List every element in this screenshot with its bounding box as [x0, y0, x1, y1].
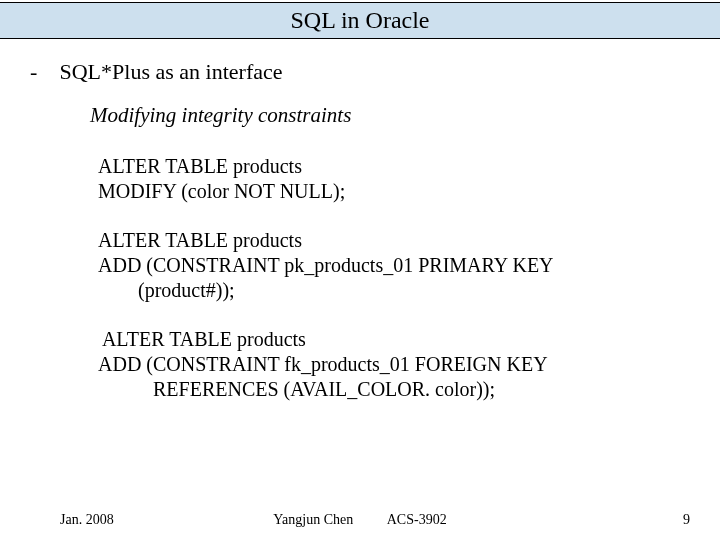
code-block-3: ALTER TABLE products ADD (CONSTRAINT fk_… [98, 327, 690, 402]
slide: SQL in Oracle - SQL*Plus as an interface… [0, 2, 720, 540]
bullet-line: - SQL*Plus as an interface [30, 59, 690, 85]
footer-course: ACS-3902 [387, 512, 447, 527]
slide-content: - SQL*Plus as an interface Modifying int… [0, 39, 720, 402]
code-block-1: ALTER TABLE products MODIFY (color NOT N… [98, 154, 690, 204]
footer-author: Yangjun Chen [273, 512, 353, 527]
bullet-dash: - [30, 59, 54, 85]
subheading: Modifying integrity constraints [90, 103, 690, 128]
code-block-2: ALTER TABLE products ADD (CONSTRAINT pk_… [98, 228, 690, 303]
footer-center: Yangjun Chen ACS-3902 [0, 512, 720, 528]
slide-title: SQL in Oracle [0, 2, 720, 39]
bullet-text: SQL*Plus as an interface [60, 59, 283, 84]
footer-page-number: 9 [683, 512, 690, 528]
